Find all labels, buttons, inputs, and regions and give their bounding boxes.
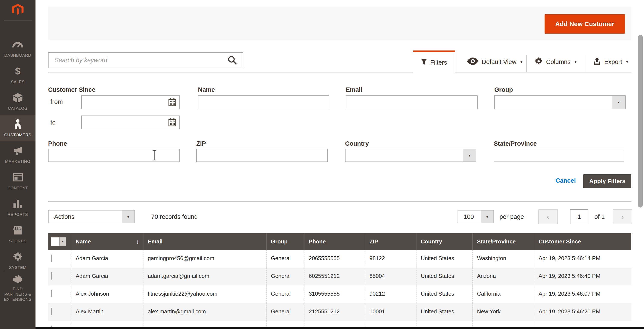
- text-cursor-pointer: [152, 149, 156, 161]
- gear-icon: [13, 251, 23, 262]
- name-filter-input[interactable]: [198, 95, 329, 109]
- filter-group-label: Group: [494, 86, 513, 93]
- column-header-group[interactable]: Group: [266, 233, 304, 250]
- cell-state: Arizona: [472, 268, 534, 285]
- sidebar-item-label: SYSTEM: [8, 265, 28, 270]
- column-header-phone[interactable]: Phone: [304, 233, 365, 250]
- column-header-name[interactable]: Name ↓: [71, 233, 143, 250]
- per-page-select[interactable]: 100 ▼: [458, 210, 494, 223]
- sidebar-item-marketing[interactable]: MARKETING: [0, 141, 36, 168]
- page-total-label: of 1: [594, 213, 605, 220]
- layout-icon: [13, 172, 23, 183]
- toolbar-border: [455, 73, 632, 73]
- sidebar-item-stores[interactable]: STORES: [0, 221, 36, 247]
- row-checkbox[interactable]: [51, 308, 52, 315]
- row-checkbox[interactable]: [51, 290, 52, 297]
- dashboard-gauge-icon: [12, 39, 23, 50]
- sidebar-item-find-partners[interactable]: FIND PARTNERS & EXTENSIONS: [0, 274, 36, 302]
- megaphone-icon: [12, 145, 23, 156]
- cell-customer-since: Apr 19, 2023 5:46:14 PM: [534, 250, 632, 268]
- sidebar-item-catalog[interactable]: CATALOG: [0, 88, 36, 115]
- sidebar-item-sales[interactable]: $ SALES: [0, 62, 36, 88]
- filters-tab-label: Filters: [430, 59, 447, 66]
- column-header-customer-since[interactable]: Customer Since: [534, 233, 632, 250]
- zip-filter-input[interactable]: [196, 149, 328, 162]
- cell-country: United States: [416, 268, 472, 285]
- columns-label: Columns: [546, 58, 570, 66]
- actions-select[interactable]: Actions ▼: [48, 210, 135, 223]
- sidebar-item-label: CATALOG: [7, 106, 29, 111]
- add-new-customer-button[interactable]: Add New Customer: [544, 14, 625, 34]
- box-icon: [12, 92, 23, 103]
- export-label: Export: [604, 58, 622, 66]
- columns-button[interactable]: Columns ▼: [534, 54, 577, 70]
- records-found-text: 70 records found: [151, 213, 198, 220]
- email-filter-input[interactable]: [346, 95, 478, 109]
- dropdown-button: ▼: [463, 149, 476, 162]
- cell-customer-since: Apr 19, 2023 5:46:20 PM: [534, 303, 632, 321]
- group-select-value: [495, 96, 612, 109]
- column-header-label: Country: [421, 238, 442, 245]
- sidebar-item-system[interactable]: SYSTEM: [0, 247, 36, 274]
- row-checkbox[interactable]: [51, 254, 52, 262]
- calendar-icon[interactable]: [168, 98, 176, 106]
- sidebar-item-label: REPORTS: [6, 212, 29, 217]
- toolbar-separator: [526, 55, 527, 72]
- cell-customer-since: Apr 19, 2023 5:46:07 PM: [534, 285, 632, 303]
- filter-name-label: Name: [198, 86, 215, 93]
- default-view-label: Default View: [482, 58, 516, 66]
- phone-filter-input[interactable]: [48, 149, 180, 162]
- column-header-email[interactable]: Email: [143, 233, 266, 250]
- chevron-down-icon: ▼: [626, 60, 629, 64]
- customers-table: ▼ Name ↓ Email Group Phone ZIP Country S…: [48, 233, 632, 329]
- sidebar-item-customers[interactable]: CUSTOMERS: [0, 115, 36, 141]
- cell-state: California: [472, 285, 534, 303]
- sidebar-item-label: CONTENT: [6, 185, 29, 191]
- filter-from-label: from: [50, 98, 63, 106]
- page-header-band: [48, 7, 632, 40]
- search-input[interactable]: [48, 52, 243, 68]
- search-icon[interactable]: [228, 55, 237, 65]
- group-filter-select[interactable]: ▼: [494, 95, 626, 109]
- select-all-header-cell[interactable]: ▼: [48, 233, 71, 250]
- magento-admin-customers-page: DASHBOARD $ SALES CATALOG: [0, 0, 644, 329]
- column-header-state-province[interactable]: State/Province: [472, 233, 534, 250]
- cell-email: gamingpro456@gmail.com: [143, 250, 266, 268]
- chevron-down-icon: ▼: [520, 60, 523, 64]
- sidebar-item-content[interactable]: CONTENT: [0, 168, 36, 194]
- filter-phone-label: Phone: [48, 140, 67, 147]
- next-page-button[interactable]: ›: [613, 209, 632, 224]
- select-all-checkbox[interactable]: ▼: [51, 237, 66, 246]
- cell-group: General: [266, 303, 304, 321]
- cell-group: General: [266, 285, 304, 303]
- per-page-select-value: 100: [458, 213, 481, 220]
- gear-icon: [534, 57, 543, 67]
- cancel-filters-link[interactable]: Cancel: [556, 177, 576, 184]
- calendar-icon[interactable]: [168, 118, 176, 126]
- vertical-scrollbar[interactable]: [638, 35, 643, 207]
- sidebar-item-label: DASHBOARD: [3, 53, 32, 58]
- country-filter-select[interactable]: ▼: [345, 149, 476, 162]
- cell-customer-since: Apr 19, 2023 5:46:40 PM: [534, 268, 632, 285]
- row-checkbox[interactable]: [51, 272, 52, 279]
- sidebar-item-dashboard[interactable]: DASHBOARD: [0, 35, 36, 62]
- storefront-icon: [13, 225, 23, 236]
- customer-since-to-input[interactable]: [81, 116, 180, 129]
- column-header-zip[interactable]: ZIP: [365, 233, 416, 250]
- export-button[interactable]: Export ▼: [593, 54, 629, 70]
- magento-logo-icon[interactable]: [11, 4, 24, 16]
- previous-page-button[interactable]: ‹: [538, 209, 558, 224]
- cell-zip: 85004: [365, 268, 416, 285]
- page-number-input[interactable]: [570, 209, 588, 224]
- state-province-filter-input[interactable]: [494, 149, 624, 162]
- sidebar-item-reports[interactable]: REPORTS: [0, 194, 36, 221]
- cell-name: Alex Johnson: [71, 285, 143, 303]
- customer-since-from-input[interactable]: [81, 95, 180, 109]
- chevron-left-icon: ‹: [546, 212, 549, 222]
- export-icon: [593, 57, 601, 67]
- column-header-country[interactable]: Country: [416, 233, 472, 250]
- sidebar-item-label: MARKETING: [4, 159, 32, 164]
- default-view-button[interactable]: Default View ▼: [467, 54, 523, 70]
- tab-filters[interactable]: Filters: [413, 51, 455, 73]
- apply-filters-button[interactable]: Apply Filters: [583, 174, 632, 188]
